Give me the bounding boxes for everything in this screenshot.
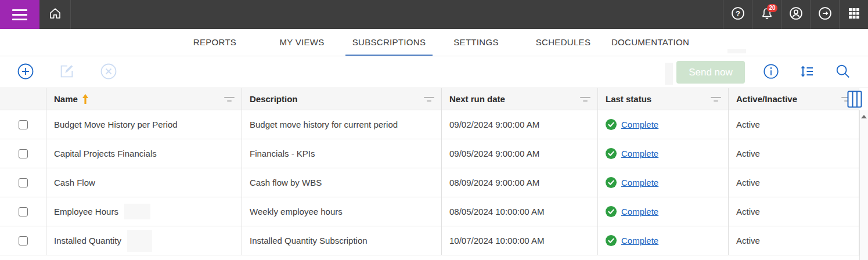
next-run-date: 10/07/2024 10:00:00 AM <box>442 226 598 255</box>
table-header-row: Name Description Next run date Last stat… <box>0 88 859 110</box>
redaction-box <box>124 204 150 219</box>
status-link[interactable]: Complete <box>621 178 658 187</box>
notification-count-badge: 20 <box>767 4 777 12</box>
subscription-description: Budget move history for current period <box>242 110 442 139</box>
table-row[interactable]: Capital Projects Financials Financials -… <box>0 139 859 168</box>
subscriptions-toolbar: Send now <box>0 56 868 88</box>
account-button[interactable] <box>781 0 810 29</box>
status-link[interactable]: Complete <box>621 120 658 129</box>
table-row[interactable]: Cash Flow Cash flow by WBS 08/09/2024 9:… <box>0 168 859 197</box>
filter-icon[interactable] <box>224 97 235 102</box>
subscription-description: Financials - KPIs <box>242 139 442 168</box>
send-now-button[interactable]: Send now <box>676 61 745 84</box>
status-complete-icon <box>606 235 617 246</box>
row-checkbox[interactable] <box>19 207 28 216</box>
subscription-description: Installed Quantity Subscription <box>242 226 442 255</box>
next-run-date: 08/05/2024 10:00:00 AM <box>442 197 598 226</box>
cancel-subscription-button[interactable] <box>97 60 120 84</box>
add-icon <box>16 62 35 82</box>
logout-icon <box>817 6 833 23</box>
filter-icon[interactable] <box>711 97 721 102</box>
sort-order-icon <box>799 63 815 81</box>
status-complete-icon <box>606 119 617 130</box>
next-run-date: 09/05/2024 9:00:00 AM <box>442 139 598 168</box>
active-state: Active <box>729 197 859 226</box>
active-state: Active <box>729 110 859 139</box>
tab-reports[interactable]: REPORTS <box>171 29 258 56</box>
redaction-box <box>727 49 746 53</box>
tab-schedules[interactable]: SCHEDULES <box>520 29 607 56</box>
info-button[interactable] <box>759 60 783 84</box>
svg-text:?: ? <box>736 9 740 18</box>
redaction-box <box>665 63 673 85</box>
header-checkbox-cell <box>0 88 46 110</box>
logout-button[interactable] <box>810 0 839 29</box>
notifications-button[interactable]: 20 <box>752 0 781 29</box>
apps-grid-icon <box>847 6 861 23</box>
edit-subscription-button[interactable] <box>55 60 78 84</box>
cancel-icon <box>99 62 118 82</box>
status-complete-icon <box>606 206 617 217</box>
sort-order-button[interactable] <box>795 60 819 84</box>
info-icon <box>762 63 780 82</box>
top-app-bar: ? 20 <box>0 0 868 29</box>
status-complete-icon <box>606 177 617 188</box>
home-button[interactable] <box>39 0 71 29</box>
header-active-inactive[interactable]: Active/Inactive <box>729 88 859 110</box>
sort-ascending-icon <box>82 94 89 104</box>
tab-documentation[interactable]: DOCUMENTATION <box>607 29 694 56</box>
hamburger-icon <box>12 9 27 20</box>
subscription-name: Cash Flow <box>46 168 242 197</box>
user-icon <box>788 6 804 23</box>
header-next-run-date[interactable]: Next run date <box>442 88 598 110</box>
filter-icon[interactable] <box>580 97 590 102</box>
header-last-status[interactable]: Last status <box>598 88 729 110</box>
table-row[interactable]: Installed Quantity Installed Quantity Su… <box>0 226 859 255</box>
subscription-description: Cash flow by WBS <box>242 168 442 197</box>
table-bottom-strip <box>0 255 868 260</box>
active-state: Active <box>729 139 859 168</box>
row-checkbox[interactable] <box>19 236 28 245</box>
subscription-name: Installed Quantity <box>54 236 121 245</box>
table-row[interactable]: Budget Move History per Period Budget mo… <box>0 110 859 139</box>
header-name[interactable]: Name <box>46 88 242 110</box>
table-row[interactable]: Employee Hours Weekly employee hours 08/… <box>0 197 859 226</box>
tab-my-views[interactable]: MY VIEWS <box>258 29 345 56</box>
column-chooser-icon[interactable] <box>847 91 862 110</box>
status-complete-icon <box>606 148 617 159</box>
subscription-name: Employee Hours <box>54 207 118 216</box>
next-run-date: 09/02/2024 9:00:00 AM <box>442 110 598 139</box>
status-link[interactable]: Complete <box>621 207 658 216</box>
row-checkbox[interactable] <box>19 149 28 158</box>
active-state: Active <box>729 226 859 255</box>
subscription-name: Budget Move History per Period <box>46 110 242 139</box>
search-icon <box>834 63 852 82</box>
apps-grid-button[interactable] <box>839 0 868 29</box>
vertical-scrollbar[interactable] <box>859 110 868 260</box>
row-checkbox[interactable] <box>19 178 28 187</box>
subscription-description: Weekly employee hours <box>242 197 442 226</box>
help-icon: ? <box>730 6 745 23</box>
row-checkbox[interactable] <box>19 120 28 129</box>
help-button[interactable]: ? <box>723 0 752 29</box>
filter-icon[interactable] <box>424 97 434 102</box>
search-button[interactable] <box>831 60 855 84</box>
home-icon <box>48 6 62 23</box>
redaction-box <box>127 230 152 252</box>
scroll-up-arrow[interactable] <box>861 115 867 118</box>
tab-settings[interactable]: SETTINGS <box>433 29 520 56</box>
status-link[interactable]: Complete <box>621 149 658 158</box>
active-state: Active <box>729 168 859 197</box>
hamburger-menu-button[interactable] <box>0 0 39 29</box>
header-description[interactable]: Description <box>242 88 442 110</box>
nav-tab-bar: REPORTS MY VIEWS SUBSCRIPTIONS SETTINGS … <box>0 29 868 56</box>
add-subscription-button[interactable] <box>14 60 37 84</box>
status-link[interactable]: Complete <box>621 236 658 245</box>
edit-icon <box>58 63 75 82</box>
next-run-date: 08/09/2024 9:00:00 AM <box>442 168 598 197</box>
tab-subscriptions[interactable]: SUBSCRIPTIONS <box>345 29 433 56</box>
subscription-name: Capital Projects Financials <box>46 139 242 168</box>
